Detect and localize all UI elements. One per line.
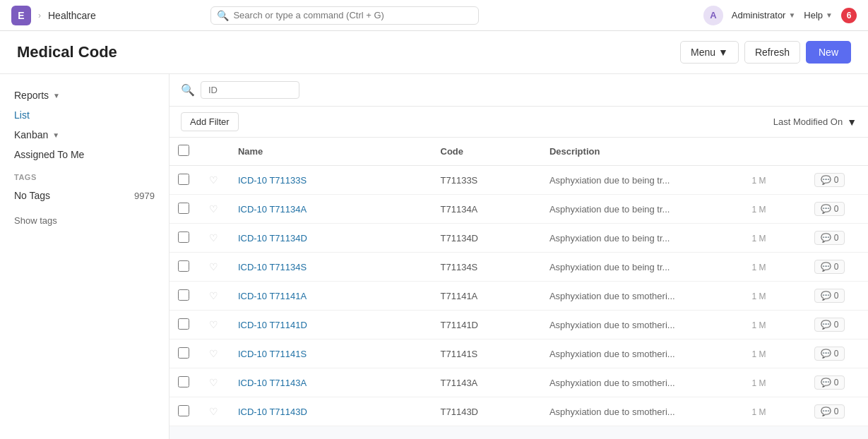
row-checkbox[interactable] <box>178 174 189 185</box>
activity-button[interactable]: 💬 0 <box>814 260 845 274</box>
row-checkbox[interactable] <box>178 318 189 330</box>
sidebar: Reports ▼ List Kanban ▼ Assigned To Me T… <box>0 74 170 439</box>
record-description: Asphyxiation due to being tr... <box>549 175 670 186</box>
chat-icon: 💬 <box>821 175 831 185</box>
row-activity-cell: 💬 0 <box>806 166 868 195</box>
row-checkbox-cell <box>170 368 201 397</box>
record-code: T71134A <box>441 204 478 215</box>
favorite-icon[interactable]: ♡ <box>209 232 218 243</box>
add-filter-button[interactable]: Add Filter <box>181 112 239 131</box>
table-row: ♡ ICD-10 T71141S T71141S Asphyxiation du… <box>170 339 868 368</box>
activity-button[interactable]: 💬 0 <box>814 202 845 216</box>
row-code-cell: T71133S <box>432 166 541 195</box>
row-time-cell: 1 M <box>744 311 806 339</box>
row-code-cell: T71134S <box>432 253 541 282</box>
activity-button[interactable]: 💬 0 <box>814 347 845 361</box>
select-all-checkbox[interactable] <box>178 145 189 156</box>
global-search[interactable]: 🔍 <box>210 6 479 25</box>
row-checkbox[interactable] <box>178 376 189 387</box>
row-favorite-cell: ♡ <box>201 339 230 368</box>
user-menu[interactable]: Administrator ▼ <box>732 10 795 20</box>
row-code-cell: T71143A <box>432 368 541 397</box>
row-checkbox-cell <box>170 224 201 253</box>
record-name[interactable]: ICD-10 T71143D <box>238 407 307 417</box>
record-description: Asphyxiation due to smotheri... <box>549 407 675 417</box>
record-name[interactable]: ICD-10 T71134D <box>238 233 307 243</box>
sort-direction-icon[interactable]: ▼ <box>847 116 857 128</box>
table-row: ♡ ICD-10 T71133S T71133S Asphyxiation du… <box>170 166 868 195</box>
sidebar-item-list[interactable]: List <box>0 105 169 125</box>
record-name[interactable]: ICD-10 T71134A <box>238 204 307 215</box>
row-code-cell: T71143D <box>432 397 541 426</box>
activity-button[interactable]: 💬 0 <box>814 318 845 332</box>
favorite-icon[interactable]: ♡ <box>209 174 218 186</box>
record-time: 1 M <box>752 320 766 330</box>
chat-icon: 💬 <box>821 320 831 330</box>
record-time: 1 M <box>752 234 766 243</box>
row-checkbox[interactable] <box>178 289 189 301</box>
row-name-cell: ICD-10 T71133S <box>230 166 432 195</box>
sidebar-item-kanban[interactable]: Kanban ▼ <box>0 125 169 145</box>
top-navigation: E › Healthcare 🔍 A Administrator ▼ Help … <box>0 0 868 31</box>
chat-icon: 💬 <box>821 262 831 272</box>
help-menu[interactable]: Help ▼ <box>804 10 833 20</box>
content-area: 🔍 Add Filter Last Modified On ▼ <box>170 74 868 439</box>
favorite-icon[interactable]: ♡ <box>209 290 218 301</box>
row-checkbox[interactable] <box>178 347 189 359</box>
notification-badge[interactable]: 6 <box>841 8 857 23</box>
favorite-icon[interactable]: ♡ <box>209 261 218 272</box>
no-tags-row[interactable]: No Tags 9979 <box>14 187 155 204</box>
search-input[interactable] <box>233 10 472 20</box>
sort-control[interactable]: Last Modified On ▼ <box>773 116 857 128</box>
row-name-cell: ICD-10 T71134A <box>230 195 432 224</box>
activity-count: 0 <box>834 291 839 301</box>
row-checkbox[interactable] <box>178 231 189 243</box>
menu-caret-icon: ▼ <box>718 47 728 58</box>
no-tags-label: No Tags <box>14 190 50 201</box>
row-code-cell: T71141S <box>432 339 541 368</box>
record-name[interactable]: ICD-10 T71143A <box>238 378 307 388</box>
chat-icon: 💬 <box>821 407 831 416</box>
record-name[interactable]: ICD-10 T71141D <box>238 320 307 330</box>
table-row: ♡ ICD-10 T71141A T71141A Asphyxiation du… <box>170 282 868 311</box>
menu-button[interactable]: Menu ▼ <box>680 41 739 64</box>
favorite-icon[interactable]: ♡ <box>209 203 218 215</box>
activity-button[interactable]: 💬 0 <box>814 375 845 390</box>
row-checkbox[interactable] <box>178 405 189 416</box>
favorite-icon[interactable]: ♡ <box>209 377 218 388</box>
row-name-cell: ICD-10 T71134S <box>230 253 432 282</box>
record-name[interactable]: ICD-10 T71141S <box>238 349 307 359</box>
refresh-button[interactable]: Refresh <box>744 41 800 64</box>
activity-button[interactable]: 💬 0 <box>814 289 845 303</box>
table-row: ♡ ICD-10 T71134A T71134A Asphyxiation du… <box>170 195 868 224</box>
activity-button[interactable]: 💬 0 <box>814 231 845 245</box>
row-checkbox[interactable] <box>178 260 189 272</box>
record-time: 1 M <box>752 263 766 272</box>
favorite-icon[interactable]: ♡ <box>209 348 218 359</box>
activity-button[interactable]: 💬 0 <box>814 404 845 419</box>
row-activity-cell: 💬 0 <box>806 224 868 253</box>
favorite-icon[interactable]: ♡ <box>209 406 218 417</box>
activity-button[interactable]: 💬 0 <box>814 173 845 187</box>
record-description: Asphyxiation due to being tr... <box>549 262 670 272</box>
page-title: Medical Code <box>17 43 117 61</box>
record-description: Asphyxiation due to smotheri... <box>549 349 675 359</box>
row-name-cell: ICD-10 T71141S <box>230 339 432 368</box>
table-body: ♡ ICD-10 T71133S T71133S Asphyxiation du… <box>170 166 868 426</box>
show-tags-link[interactable]: Show tags <box>0 212 169 229</box>
sidebar-item-assigned[interactable]: Assigned To Me <box>0 145 169 164</box>
new-button[interactable]: New <box>806 41 851 64</box>
favorite-icon[interactable]: ♡ <box>209 319 218 330</box>
sidebar-item-reports[interactable]: Reports ▼ <box>0 85 169 105</box>
row-checkbox[interactable] <box>178 203 189 214</box>
activity-count: 0 <box>834 233 839 243</box>
record-name[interactable]: ICD-10 T71141A <box>238 291 307 301</box>
id-filter-input[interactable] <box>201 81 299 99</box>
record-description: Asphyxiation due to smotheri... <box>549 291 675 301</box>
record-name[interactable]: ICD-10 T71133S <box>238 175 307 186</box>
row-description-cell: Asphyxiation due to smotheri... <box>541 397 744 426</box>
record-name[interactable]: ICD-10 T71134S <box>238 262 307 272</box>
record-code: T71141S <box>441 349 478 359</box>
activity-count: 0 <box>834 262 839 272</box>
help-caret-icon: ▼ <box>826 11 833 19</box>
